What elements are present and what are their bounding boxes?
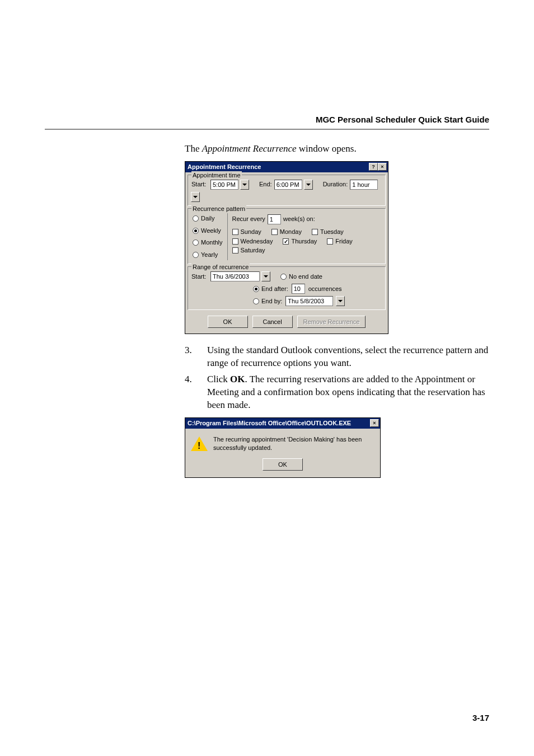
end-label: End: bbox=[259, 180, 272, 189]
wednesday-checkbox[interactable]: Wednesday bbox=[232, 237, 273, 246]
friday-checkbox[interactable]: Friday bbox=[327, 237, 353, 246]
occurrences-label: occurrences bbox=[308, 285, 342, 293]
step-4-pre: Click bbox=[207, 374, 230, 384]
range-legend: Range of recurrence bbox=[191, 263, 250, 271]
saturday-label: Saturday bbox=[241, 246, 265, 255]
appointment-time-legend: Appointment time bbox=[191, 171, 242, 180]
step-4-bold: OK bbox=[230, 374, 245, 384]
page-number: 3-17 bbox=[472, 713, 489, 722]
start-label: Start: bbox=[191, 180, 208, 189]
thursday-checkbox[interactable]: Thursday bbox=[283, 237, 317, 246]
help-icon[interactable]: ? bbox=[369, 163, 378, 171]
remove-recurrence-button: Remove Recurrence bbox=[297, 316, 366, 328]
weekly-radio[interactable]: Weekly bbox=[193, 227, 223, 235]
sunday-label: Sunday bbox=[241, 228, 261, 236]
header-rule bbox=[45, 129, 489, 130]
yearly-radio[interactable]: Yearly bbox=[193, 251, 223, 259]
tuesday-checkbox[interactable]: Tuesday bbox=[312, 228, 344, 236]
cancel-button[interactable]: Cancel bbox=[252, 316, 293, 328]
step-4-post: . The recurring reservations are added t… bbox=[207, 374, 485, 410]
intro-text: The Appointment Recurrence window opens. bbox=[185, 143, 489, 156]
range-start-input[interactable] bbox=[210, 271, 260, 281]
recurrence-pattern-legend: Recurrence pattern bbox=[191, 205, 246, 213]
range-of-recurrence-group: Range of recurrence Start: No end date E… bbox=[188, 266, 386, 310]
recur-every-label: Recur every bbox=[232, 215, 265, 223]
page-header-title: MGC Personal Scheduler Quick Start Guide bbox=[316, 115, 489, 124]
weeks-on-label: week(s) on: bbox=[283, 215, 315, 223]
yearly-label: Yearly bbox=[201, 251, 218, 259]
step-4-text: Click OK. The recurring reservations are… bbox=[207, 373, 489, 412]
chevron-down-icon bbox=[193, 196, 198, 198]
end-by-radio[interactable]: End by: bbox=[253, 297, 282, 306]
warning-icon bbox=[191, 436, 208, 451]
step-3-number: 3. bbox=[185, 344, 197, 370]
confirmation-ok-button[interactable]: OK bbox=[263, 458, 303, 471]
chevron-down-icon bbox=[242, 184, 247, 186]
confirmation-title: C:\Program Files\Microsoft Office\Office… bbox=[188, 419, 351, 428]
monthly-radio[interactable]: Monthly bbox=[193, 238, 223, 247]
sunday-checkbox[interactable]: Sunday bbox=[232, 228, 261, 236]
saturday-checkbox[interactable]: Saturday bbox=[232, 246, 265, 255]
confirmation-dialog: C:\Program Files\Microsoft Office\Office… bbox=[185, 417, 381, 478]
step-3-text: Using the standard Outlook conventions, … bbox=[207, 344, 489, 370]
thursday-label: Thursday bbox=[291, 237, 317, 246]
dialog-title: Appointment Recurrence bbox=[188, 163, 261, 171]
wednesday-label: Wednesday bbox=[241, 237, 273, 246]
appointment-time-group: Appointment time Start: End: Duration: bbox=[188, 175, 386, 206]
confirmation-message: The recurring appointment 'Decision Maki… bbox=[213, 435, 374, 452]
intro-pre: The bbox=[185, 143, 202, 154]
intro-post: window opens. bbox=[297, 143, 357, 154]
recurrence-pattern-group: Recurrence pattern Daily Weekly Monthly … bbox=[188, 208, 386, 264]
end-by-label: End by: bbox=[261, 297, 282, 306]
end-time-dropdown[interactable] bbox=[304, 180, 313, 190]
close-icon[interactable]: × bbox=[378, 163, 387, 171]
recur-every-input[interactable] bbox=[268, 214, 281, 224]
range-start-label: Start: bbox=[191, 273, 208, 281]
monday-label: Monday bbox=[280, 228, 302, 236]
chevron-down-icon bbox=[306, 184, 311, 186]
intro-italic: Appointment Recurrence bbox=[202, 143, 297, 154]
weekly-label: Weekly bbox=[201, 227, 221, 235]
appointment-recurrence-dialog: Appointment Recurrence ? × Appointment t… bbox=[185, 161, 388, 334]
chevron-down-icon bbox=[338, 300, 343, 302]
no-end-date-radio[interactable]: No end date bbox=[280, 273, 322, 281]
end-after-label: End after: bbox=[261, 285, 288, 293]
end-after-radio[interactable]: End after: bbox=[253, 285, 288, 293]
friday-label: Friday bbox=[335, 237, 353, 246]
start-time-input[interactable] bbox=[210, 180, 238, 190]
daily-label: Daily bbox=[201, 214, 214, 223]
ok-button[interactable]: OK bbox=[208, 316, 248, 328]
duration-input[interactable] bbox=[350, 180, 378, 190]
chevron-down-icon bbox=[264, 275, 268, 278]
daily-radio[interactable]: Daily bbox=[193, 214, 223, 223]
no-end-date-label: No end date bbox=[289, 273, 322, 281]
end-time-input[interactable] bbox=[274, 180, 302, 190]
start-time-dropdown[interactable] bbox=[240, 180, 249, 190]
close-icon[interactable]: × bbox=[370, 419, 379, 427]
tuesday-label: Tuesday bbox=[320, 228, 344, 236]
step-4-number: 4. bbox=[185, 373, 197, 412]
end-by-input[interactable] bbox=[285, 296, 333, 306]
end-by-dropdown[interactable] bbox=[336, 296, 345, 306]
end-after-input[interactable] bbox=[292, 284, 305, 294]
confirmation-titlebar[interactable]: C:\Program Files\Microsoft Office\Office… bbox=[185, 418, 380, 429]
range-start-dropdown[interactable] bbox=[261, 271, 270, 281]
duration-dropdown[interactable] bbox=[191, 192, 200, 202]
monthly-label: Monthly bbox=[201, 238, 223, 247]
monday-checkbox[interactable]: Monday bbox=[271, 228, 302, 236]
duration-label: Duration: bbox=[323, 180, 348, 189]
